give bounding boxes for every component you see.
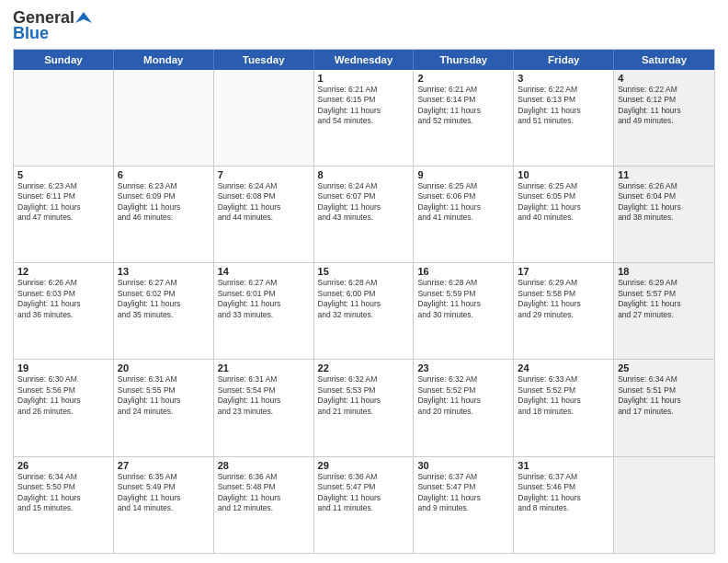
cell-line-3: and 51 minutes.: [518, 116, 609, 126]
cal-week-2: 5Sunrise: 6:23 AMSunset: 6:11 PMDaylight…: [14, 167, 714, 263]
cell-line-2: Daylight: 11 hours: [318, 106, 410, 116]
cell-line-0: Sunrise: 6:27 AM: [118, 278, 210, 288]
cal-cell-day-23: 23Sunrise: 6:32 AMSunset: 5:52 PMDayligh…: [414, 360, 514, 455]
cell-line-1: Sunset: 5:55 PM: [118, 385, 210, 396]
cell-line-1: Sunset: 6:13 PM: [518, 95, 609, 105]
calendar-body: 1Sunrise: 6:21 AMSunset: 6:15 PMDaylight…: [14, 70, 714, 553]
cell-line-0: Sunrise: 6:32 AM: [417, 374, 509, 385]
cell-line-1: Sunset: 6:04 PM: [618, 191, 711, 201]
cell-line-3: and 41 minutes.: [417, 213, 509, 223]
cell-line-2: Daylight: 11 hours: [417, 202, 509, 213]
cal-header-saturday: Saturday: [614, 50, 714, 70]
cell-line-0: Sunrise: 6:36 AM: [218, 472, 310, 482]
cell-line-1: Sunset: 6:06 PM: [417, 191, 509, 201]
cal-week-1: 1Sunrise: 6:21 AMSunset: 6:15 PMDaylight…: [14, 70, 714, 167]
cell-line-0: Sunrise: 6:28 AM: [318, 278, 410, 288]
cell-line-2: Daylight: 11 hours: [417, 299, 509, 309]
cell-line-2: Daylight: 11 hours: [17, 202, 109, 213]
cal-cell-day-15: 15Sunrise: 6:28 AMSunset: 6:00 PMDayligh…: [314, 263, 415, 359]
cell-line-1: Sunset: 5:50 PM: [17, 482, 109, 492]
cell-line-3: and 47 minutes.: [17, 213, 109, 223]
day-number: 2: [417, 73, 509, 84]
cell-line-2: Daylight: 11 hours: [218, 493, 310, 503]
day-number: 13: [118, 266, 210, 277]
cell-line-0: Sunrise: 6:26 AM: [618, 181, 711, 191]
cell-line-2: Daylight: 11 hours: [17, 493, 109, 503]
cal-cell-day-25: 25Sunrise: 6:34 AMSunset: 5:51 PMDayligh…: [614, 360, 714, 455]
day-number: 23: [417, 362, 509, 373]
cell-line-3: and 36 minutes.: [17, 310, 109, 320]
day-number: 30: [417, 460, 509, 471]
cell-line-1: Sunset: 6:09 PM: [118, 191, 210, 201]
day-number: 24: [518, 362, 609, 373]
cell-line-1: Sunset: 6:07 PM: [318, 191, 410, 201]
cell-line-2: Daylight: 11 hours: [417, 106, 509, 116]
cal-cell-day-21: 21Sunrise: 6:31 AMSunset: 5:54 PMDayligh…: [214, 360, 314, 455]
cell-line-3: and 26 minutes.: [17, 407, 109, 417]
cell-line-2: Daylight: 11 hours: [618, 106, 711, 116]
cal-cell-day-29: 29Sunrise: 6:36 AMSunset: 5:47 PMDayligh…: [314, 457, 415, 553]
cal-cell-day-9: 9Sunrise: 6:25 AMSunset: 6:06 PMDaylight…: [414, 167, 514, 262]
cell-line-3: and 11 minutes.: [318, 503, 410, 513]
cell-line-2: Daylight: 11 hours: [118, 202, 210, 213]
cell-line-3: and 40 minutes.: [518, 213, 609, 223]
cell-line-0: Sunrise: 6:29 AM: [618, 278, 711, 288]
cell-line-2: Daylight: 11 hours: [218, 299, 310, 309]
cell-line-3: and 24 minutes.: [118, 407, 210, 417]
cal-cell-day-2: 2Sunrise: 6:21 AMSunset: 6:14 PMDaylight…: [414, 70, 514, 166]
cell-line-2: Daylight: 11 hours: [518, 493, 609, 503]
cell-line-0: Sunrise: 6:30 AM: [17, 374, 109, 385]
cell-line-3: and 52 minutes.: [417, 116, 509, 126]
cell-line-3: and 21 minutes.: [318, 407, 410, 417]
cell-line-3: and 46 minutes.: [118, 213, 210, 223]
cell-line-3: and 17 minutes.: [618, 407, 711, 417]
cell-line-0: Sunrise: 6:37 AM: [417, 472, 509, 482]
cell-line-2: Daylight: 11 hours: [417, 396, 509, 406]
cell-line-2: Daylight: 11 hours: [17, 396, 109, 406]
day-number: 12: [17, 266, 109, 277]
cell-line-1: Sunset: 6:00 PM: [318, 289, 410, 299]
cell-line-3: and 12 minutes.: [218, 503, 310, 513]
cell-line-1: Sunset: 6:12 PM: [618, 95, 711, 105]
cell-line-1: Sunset: 6:15 PM: [318, 95, 410, 105]
header: General Blue: [13, 9, 715, 43]
cell-line-1: Sunset: 5:58 PM: [518, 289, 609, 299]
cell-line-3: and 27 minutes.: [618, 310, 711, 320]
cal-cell-day-31: 31Sunrise: 6:37 AMSunset: 5:46 PMDayligh…: [514, 457, 614, 553]
cell-line-1: Sunset: 6:11 PM: [17, 191, 109, 201]
cal-cell-day-19: 19Sunrise: 6:30 AMSunset: 5:56 PMDayligh…: [14, 360, 114, 455]
day-number: 8: [318, 169, 410, 180]
day-number: 9: [417, 169, 509, 180]
cell-line-1: Sunset: 6:01 PM: [218, 289, 310, 299]
day-number: 15: [318, 266, 410, 277]
cell-line-0: Sunrise: 6:33 AM: [518, 374, 609, 385]
cell-line-0: Sunrise: 6:35 AM: [118, 472, 210, 482]
cal-header-wednesday: Wednesday: [314, 50, 415, 70]
cell-line-0: Sunrise: 6:25 AM: [417, 181, 509, 191]
svg-marker-0: [75, 12, 92, 23]
cell-line-3: and 43 minutes.: [318, 213, 410, 223]
cal-cell-day-11: 11Sunrise: 6:26 AMSunset: 6:04 PMDayligh…: [614, 167, 714, 262]
cell-line-3: and 20 minutes.: [417, 407, 509, 417]
day-number: 26: [17, 460, 109, 471]
cal-cell-day-24: 24Sunrise: 6:33 AMSunset: 5:52 PMDayligh…: [514, 360, 614, 455]
cell-line-3: and 29 minutes.: [518, 310, 609, 320]
page: General Blue SundayMondayTuesdayWednesda…: [0, 0, 728, 563]
cell-line-1: Sunset: 5:57 PM: [618, 289, 711, 299]
cell-line-3: and 9 minutes.: [417, 503, 509, 513]
cell-line-0: Sunrise: 6:24 AM: [318, 181, 410, 191]
cal-week-3: 12Sunrise: 6:26 AMSunset: 6:03 PMDayligh…: [14, 263, 714, 360]
cell-line-2: Daylight: 11 hours: [518, 396, 609, 406]
cell-line-1: Sunset: 5:49 PM: [118, 482, 210, 492]
cal-cell-day-28: 28Sunrise: 6:36 AMSunset: 5:48 PMDayligh…: [214, 457, 314, 553]
day-number: 6: [118, 169, 210, 180]
cal-cell-day-7: 7Sunrise: 6:24 AMSunset: 6:08 PMDaylight…: [214, 167, 314, 262]
cal-header-thursday: Thursday: [414, 50, 514, 70]
cell-line-1: Sunset: 6:05 PM: [518, 191, 609, 201]
cell-line-2: Daylight: 11 hours: [318, 396, 410, 406]
cell-line-2: Daylight: 11 hours: [518, 202, 609, 213]
cell-line-2: Daylight: 11 hours: [318, 299, 410, 309]
cell-line-3: and 49 minutes.: [618, 116, 711, 126]
cell-line-0: Sunrise: 6:27 AM: [218, 278, 310, 288]
cell-line-0: Sunrise: 6:31 AM: [118, 374, 210, 385]
